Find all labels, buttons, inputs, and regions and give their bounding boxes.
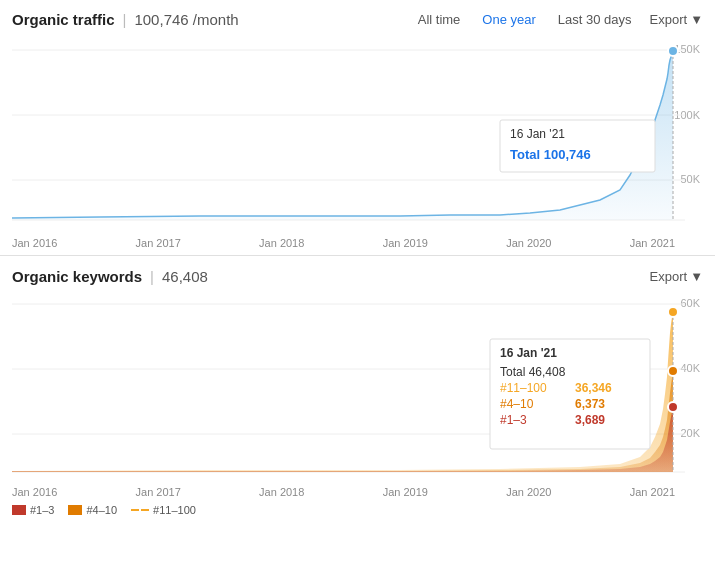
filter-group: All time One year Last 30 days Export ▼ [414, 10, 703, 29]
traffic-export-button[interactable]: Export ▼ [650, 12, 703, 27]
svg-text:40K: 40K [680, 362, 700, 374]
svg-point-8 [668, 46, 678, 56]
pipe-divider2: | [150, 268, 154, 285]
keywords-chart-svg: 60K 40K 20K [0, 289, 715, 484]
svg-point-21 [668, 366, 678, 376]
legend-dash-11-100 [131, 509, 149, 511]
chevron-down-icon: ▼ [690, 12, 703, 27]
legend-color-1-3 [12, 505, 26, 515]
chevron-down-icon2: ▼ [690, 269, 703, 284]
svg-point-20 [668, 307, 678, 317]
one-year-filter[interactable]: One year [478, 10, 539, 29]
svg-text:#11–100: #11–100 [500, 381, 547, 395]
keywords-title: Organic keywords [12, 268, 142, 285]
svg-text:16 Jan '21: 16 Jan '21 [500, 346, 557, 360]
svg-text:Total      46,408: Total 46,408 [500, 365, 566, 379]
svg-text:60K: 60K [680, 297, 700, 309]
keywords-filter-group: Export ▼ [650, 269, 703, 284]
keywords-header: Organic keywords | 46,408 Export ▼ [0, 260, 715, 289]
last-30-filter[interactable]: Last 30 days [554, 10, 636, 29]
svg-text:20K: 20K [680, 427, 700, 439]
svg-text:16 Jan '21: 16 Jan '21 [510, 127, 565, 141]
svg-text:Total 100,746: Total 100,746 [510, 147, 591, 162]
svg-text:#4–10: #4–10 [500, 397, 534, 411]
all-time-filter[interactable]: All time [414, 10, 465, 29]
traffic-x-axis: Jan 2016 Jan 2017 Jan 2018 Jan 2019 Jan … [0, 235, 715, 251]
svg-text:6,373: 6,373 [575, 397, 605, 411]
legend-item-11-100: #11–100 [131, 504, 196, 516]
legend-label-4-10: #4–10 [86, 504, 117, 516]
legend-label-11-100: #11–100 [153, 504, 196, 516]
keywords-chart: 60K 40K 20K [0, 289, 715, 484]
traffic-chart: 150K 100K 50K 16 Jan '21 Total 100,746 [0, 35, 715, 235]
svg-text:50K: 50K [680, 173, 700, 185]
traffic-value: 100,746 /month [134, 11, 238, 28]
svg-text:#1–3: #1–3 [500, 413, 527, 427]
traffic-chart-svg: 150K 100K 50K 16 Jan '21 Total 100,746 [0, 35, 715, 235]
svg-text:3,689: 3,689 [575, 413, 605, 427]
svg-text:36,346: 36,346 [575, 381, 612, 395]
traffic-header: Organic traffic | 100,746 /month All tim… [0, 0, 715, 35]
keywords-value: 46,408 [162, 268, 208, 285]
keywords-legend: #1–3 #4–10 #11–100 [0, 500, 715, 520]
svg-point-22 [668, 402, 678, 412]
keywords-export-button[interactable]: Export ▼ [650, 269, 703, 284]
keywords-x-axis: Jan 2016 Jan 2017 Jan 2018 Jan 2019 Jan … [0, 484, 715, 500]
pipe-divider: | [123, 11, 127, 28]
legend-item-1-3: #1–3 [12, 504, 54, 516]
legend-color-4-10 [68, 505, 82, 515]
legend-label-1-3: #1–3 [30, 504, 54, 516]
legend-item-4-10: #4–10 [68, 504, 117, 516]
section-divider [0, 255, 715, 256]
traffic-title: Organic traffic [12, 11, 115, 28]
